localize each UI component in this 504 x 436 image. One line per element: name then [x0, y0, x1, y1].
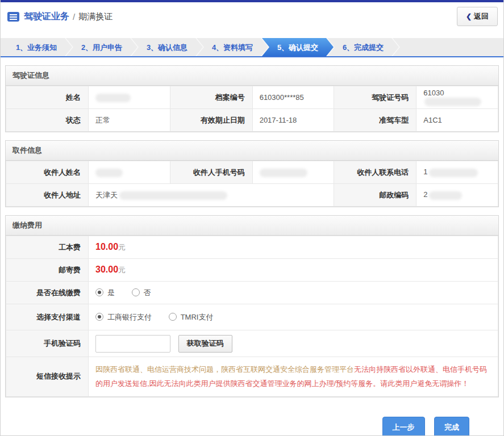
- tmri-pay-label[interactable]: TMRI支付: [181, 313, 214, 321]
- sms-notice-text: 因陕西省联通、电信运营商技术问题，陕西省互联网交通安全综合服务管理平台无法向持陕…: [89, 357, 498, 396]
- sms-code-input[interactable]: [95, 335, 170, 353]
- recipient-mobile-value: [252, 161, 334, 184]
- sms-code-label: 手机验证码: [6, 330, 89, 357]
- recipient-name-value: [89, 161, 170, 184]
- done-button[interactable]: 完成: [434, 417, 469, 436]
- table-row: 收件人地址 天津天 邮政编码 2: [6, 184, 498, 207]
- get-code-button[interactable]: 获取验证码: [178, 335, 232, 353]
- recipient-tel-prefix: 1: [423, 167, 427, 176]
- redacted-blob: [424, 98, 481, 106]
- recipient-tel-label: 收件人联系电话: [334, 161, 416, 184]
- chevron-left-icon: ❮: [466, 12, 472, 20]
- page-title: 驾驶证业务: [24, 11, 69, 23]
- table-row: 状态 正常 有效期止日期 2017-11-18 准驾车型 A1C1: [6, 109, 498, 132]
- step-tabs-filler: [393, 38, 503, 56]
- redacted-blob: [119, 191, 227, 200]
- work-fee-label: 工本费: [6, 236, 89, 259]
- table-row: 姓名 档案编号 610300****85 驾驶证号码 61030: [6, 86, 498, 109]
- page-header: 驾驶证业务 / 期满换证 ❮返回: [1, 2, 503, 31]
- online-no-label[interactable]: 否: [144, 288, 151, 297]
- table-row: 邮寄费 30.00元: [6, 259, 498, 282]
- license-no-prefix: 61030: [423, 89, 444, 97]
- zip-value: 2: [416, 184, 498, 207]
- step-tabs: 1、业务须知 2、用户申告 3、确认信息 4、资料填写 5、确认提交 6、完成提…: [1, 38, 503, 57]
- fees-section-title: 缴纳费用: [6, 216, 498, 236]
- address-prefix: 天津天: [95, 191, 118, 199]
- sms-notice-label: 短信接收提示: [6, 357, 89, 397]
- online-payment-label: 是否在线缴费: [6, 282, 89, 304]
- name-value: [89, 86, 170, 109]
- vehicle-type-value: A1C1: [416, 109, 498, 132]
- redacted-blob: [429, 169, 478, 177]
- redacted-blob: [95, 94, 131, 102]
- step-tab-6[interactable]: 6、完成提交: [327, 38, 399, 56]
- address-label: 收件人地址: [6, 184, 89, 207]
- recipient-name-label: 收件人姓名: [6, 161, 89, 184]
- sms-notice-cell: 因陕西省联通、电信运营商技术问题，陕西省互联网交通安全综合服务管理平台无法向持陕…: [89, 357, 498, 397]
- payment-channel-label: 选择支付渠道: [6, 304, 89, 330]
- address-value: 天津天: [89, 184, 334, 207]
- name-label: 姓名: [6, 86, 89, 109]
- breadcrumb-separator: /: [73, 12, 75, 22]
- pickup-section-title: 取件信息: [6, 141, 498, 161]
- post-fee-amount: 30.00: [95, 265, 118, 274]
- recipient-tel-value: 1: [416, 161, 498, 184]
- back-button-label: 返回: [474, 12, 489, 20]
- online-no-radio[interactable]: [132, 288, 140, 296]
- table-row: 短信接收提示 因陕西省联通、电信运营商技术问题，陕西省互联网交通安全综合服务管理…: [6, 357, 498, 397]
- breadcrumb-current: 期满换证: [78, 11, 113, 22]
- back-button[interactable]: ❮返回: [457, 7, 498, 26]
- prev-step-button[interactable]: 上一步: [382, 417, 425, 436]
- payment-channel-options: 工商银行支付 TMRI支付: [89, 304, 498, 330]
- license-no-value: 61030: [416, 86, 498, 109]
- icbc-pay-label[interactable]: 工商银行支付: [107, 313, 152, 321]
- redacted-blob: [260, 169, 307, 177]
- work-fee-value: 10.00元: [89, 236, 498, 259]
- redacted-blob: [95, 169, 123, 177]
- table-row: 是否在线缴费 是 否: [6, 282, 498, 304]
- license-info-table: 姓名 档案编号 610300****85 驾驶证号码 61030 状态 正常 有…: [6, 86, 498, 132]
- table-row: 工本费 10.00元: [6, 236, 498, 259]
- status-value: 正常: [89, 109, 170, 132]
- fees-section: 缴纳费用 工本费 10.00元 邮寄费 30.00元 是否在线缴费 是 否 选择…: [5, 215, 499, 397]
- page: 驾驶证业务 / 期满换证 ❮返回 1、业务须知 2、用户申告 3、确认信息 4、…: [0, 0, 504, 436]
- step-tab-5-active[interactable]: 5、确认提交: [262, 38, 334, 56]
- expiry-value: 2017-11-18: [252, 109, 334, 132]
- file-no-value: 610300****85: [252, 86, 334, 109]
- fee-unit: 元: [118, 266, 126, 274]
- recipient-mobile-label: 收件人手机号码: [170, 161, 252, 184]
- work-fee-amount: 10.00: [95, 242, 118, 251]
- redacted-blob: [429, 191, 462, 200]
- form-list-icon: [7, 12, 19, 22]
- pickup-info-table: 收件人姓名 收件人手机号码 收件人联系电话 1 收件人地址 天津天 邮政编码 2: [6, 161, 498, 207]
- zip-prefix: 2: [423, 190, 427, 199]
- step-tab-3[interactable]: 3、确认信息: [131, 38, 203, 56]
- table-row: 收件人姓名 收件人手机号码 收件人联系电话 1: [6, 161, 498, 184]
- table-row: 手机验证码 获取验证码: [6, 330, 498, 357]
- pickup-info-section: 取件信息 收件人姓名 收件人手机号码 收件人联系电话 1 收件人地址 天津天 邮…: [5, 140, 499, 207]
- online-yes-radio[interactable]: [95, 288, 103, 296]
- expiry-label: 有效期止日期: [170, 109, 252, 132]
- table-row: 选择支付渠道 工商银行支付 TMRI支付: [6, 304, 498, 330]
- zip-label: 邮政编码: [334, 184, 416, 207]
- online-yes-label[interactable]: 是: [107, 288, 115, 297]
- fees-table: 工本费 10.00元 邮寄费 30.00元 是否在线缴费 是 否 选择支付渠道 …: [6, 236, 498, 397]
- post-fee-label: 邮寄费: [6, 259, 89, 282]
- file-no-label: 档案编号: [170, 86, 252, 109]
- icbc-pay-radio[interactable]: [95, 313, 103, 321]
- sms-notice-part1: 因陕西省联通、电信运营商技术问题，陕西省互联网交通安全综合服务管理平台: [95, 365, 354, 374]
- license-info-section: 驾驶证信息 姓名 档案编号 610300****85 驾驶证号码 61030 状…: [5, 65, 499, 132]
- status-label: 状态: [6, 109, 89, 132]
- license-section-title: 驾驶证信息: [6, 66, 498, 86]
- step-tab-4[interactable]: 4、资料填写: [197, 38, 268, 56]
- step-tab-2[interactable]: 2、用户申告: [66, 38, 138, 56]
- vehicle-type-label: 准驾车型: [334, 109, 416, 132]
- fee-unit: 元: [118, 243, 126, 251]
- post-fee-value: 30.00元: [89, 259, 498, 282]
- footer-actions: 上一步 完成: [1, 404, 503, 436]
- license-no-label: 驾驶证号码: [334, 86, 416, 109]
- tmri-pay-radio[interactable]: [169, 313, 177, 321]
- sms-code-row: 获取验证码: [89, 330, 498, 357]
- step-tab-1[interactable]: 1、业务须知: [1, 38, 72, 56]
- online-payment-options: 是 否: [89, 282, 498, 304]
